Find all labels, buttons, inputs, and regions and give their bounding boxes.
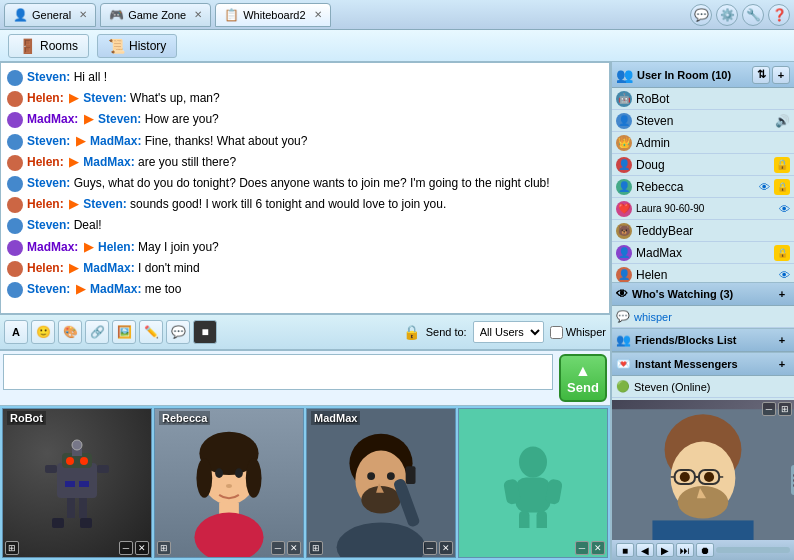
chat-tool[interactable]: 💬 [166,320,190,344]
svg-point-17 [246,458,262,497]
image-tool[interactable]: 🖼️ [112,320,136,344]
online-status[interactable]: 🟢 Steven (Online) [612,376,794,398]
sort-btn[interactable]: ⇅ [752,66,770,84]
svg-point-48 [704,472,714,482]
user-admin[interactable]: 👑 Admin [612,132,794,154]
vid-minimize-ghost[interactable]: ─ [575,541,589,555]
tab-close-whiteboard2[interactable]: ✕ [314,9,322,20]
chat-input[interactable] [3,354,553,390]
tab-general[interactable]: 👤 General ✕ [4,3,96,27]
tabs-bar: 👤 General ✕ 🎮 Game Zone ✕ 📋 Whiteboard2 … [0,0,794,30]
history-button[interactable]: 📜 History [97,34,177,58]
chat-message: Steven: Deal! [7,215,603,236]
chat-message: Helen: ▶ MadMax: I don't mind [7,258,603,279]
video-controls-madmax: ─ ✕ [423,541,453,555]
volume-slider[interactable] [716,547,790,553]
black-tool[interactable]: ■ [193,320,217,344]
speaker-icon-steven: 🔊 [775,114,790,128]
friends-expand-btn[interactable]: + [774,332,790,348]
chat-message: MadMax: ▶ Steven: How are you? [7,109,603,130]
chat-input-row: ▲ Send [0,350,610,405]
vid-close-rebecca[interactable]: ✕ [287,541,301,555]
settings-btn[interactable]: ⚙️ [716,4,738,26]
color-tool[interactable]: 🎨 [58,320,82,344]
vid-close-ghost[interactable]: ✕ [591,541,605,555]
send-button[interactable]: ▲ Send [559,354,607,402]
video-controls-robot: ─ ✕ [119,541,149,555]
play-btn[interactable]: ▶ [656,543,674,557]
edit-tool[interactable]: ✏️ [139,320,163,344]
friends-label: Friends/Blocks List [635,334,736,346]
vid-close-madmax[interactable]: ✕ [439,541,453,555]
tab-gamezone[interactable]: 🎮 Game Zone ✕ [100,3,211,27]
tab-whiteboard2[interactable]: 📋 Whiteboard2 ✕ [215,3,330,27]
who-watching-label: Who's Watching (3) [632,288,733,300]
help-btn[interactable]: ❓ [768,4,790,26]
user-laura[interactable]: ❤️ Laura 90-60-90 👁 [612,198,794,220]
svg-point-41 [678,486,729,518]
rec-btn[interactable]: ⏺ [696,543,714,557]
friends-icon: 👥 [616,333,631,347]
video-thumb-madmax: MadMax ─ ✕ ⊞ [306,408,456,558]
right-panel: 👥 User In Room (10) ⇅ + 🤖 RoBot 👤 Steven… [610,62,794,560]
send-to-select[interactable]: All Users [473,321,544,343]
video-title-robot: RoBot [7,411,46,425]
next-btn[interactable]: ⏭ [676,543,694,557]
add-user-btn[interactable]: + [772,66,790,84]
whisper-checkbox[interactable] [550,326,563,339]
chat-icon-btn[interactable]: 💬 [690,4,712,26]
vid-expand-robot[interactable]: ⊞ [5,541,19,555]
tools-btn[interactable]: 🔧 [742,4,764,26]
tab-close-general[interactable]: ✕ [79,9,87,20]
svg-rect-10 [52,518,64,528]
webcam-area: ─ ⊞ ■ ◀ ▶ ⏭ ⏺ [612,400,794,560]
vid-expand-rebecca[interactable]: ⊞ [157,541,171,555]
user-steven[interactable]: 👤 Steven 🔊 [612,110,794,132]
vid-minimize-rebecca[interactable]: ─ [271,541,285,555]
vid-expand-madmax[interactable]: ⊞ [309,541,323,555]
user-teddybear[interactable]: 🐻 TeddyBear [612,220,794,242]
vid-minimize-madmax[interactable]: ─ [423,541,437,555]
video-title-madmax: MadMax [311,411,360,425]
user-robot[interactable]: 🤖 RoBot [612,88,794,110]
user-doug[interactable]: 👤 Doug 🔒 [612,154,794,176]
who-watching-section[interactable]: 👁 Who's Watching (3) + [612,282,794,306]
svg-rect-8 [45,465,57,473]
prev-btn[interactable]: ◀ [636,543,654,557]
im-section[interactable]: 💌 Instant Messengers + [612,352,794,376]
chat-message: Steven: Guys, what do you do tonight? Do… [7,173,603,194]
user-helen[interactable]: 👤 Helen 👁 [612,264,794,282]
chat-message: Helen: ▶ MadMax: are you still there? [7,152,603,173]
whisper-item[interactable]: 💬 whisper [612,306,794,328]
im-expand-btn[interactable]: + [774,356,790,372]
whisper-check[interactable]: Whisper [550,326,606,339]
user-madmax[interactable]: 👤 MadMax 🔒 [612,242,794,264]
webcam-controls: ─ ⊞ [762,402,792,416]
svg-rect-0 [57,463,97,498]
rooms-button[interactable]: 🚪 Rooms [8,34,89,58]
link-tool[interactable]: 🔗 [85,320,109,344]
tab-close-gamezone[interactable]: ✕ [194,9,202,20]
watching-expand-btn[interactable]: + [774,286,790,302]
svg-point-28 [387,472,395,480]
font-tool[interactable]: A [4,320,28,344]
friends-section[interactable]: 👥 Friends/Blocks List + [612,328,794,352]
chat-toolbar: A 🙂 🎨 🔗 🖼️ ✏️ 💬 ■ 🔒 Send to: All Users W… [0,314,610,350]
send-area: 🔒 Send to: All Users Whisper [403,321,606,343]
top-buttons: 💬 ⚙️ 🔧 ❓ [690,4,790,26]
chat-area[interactable]: Steven: Hi all !Helen: ▶ Steven: What's … [0,62,610,314]
user-rebecca[interactable]: 👤 Rebecca 👁 🔒 [612,176,794,198]
badge-rebecca: 🔒 [774,179,790,195]
stop-btn[interactable]: ■ [616,543,634,557]
nav-bar: 🚪 Rooms 📜 History [0,30,794,62]
vid-minimize[interactable]: ─ [119,541,133,555]
online-label: Steven (Online) [634,381,710,393]
svg-point-16 [196,458,212,497]
webcam-expand[interactable]: ⊞ [778,402,792,416]
svg-rect-33 [516,477,551,512]
svg-point-2 [66,457,74,465]
vid-close-robot[interactable]: ✕ [135,541,149,555]
emoji-tool[interactable]: 🙂 [31,320,55,344]
webcam-minimize[interactable]: ─ [762,402,776,416]
main-layout: Steven: Hi all !Helen: ▶ Steven: What's … [0,62,794,560]
